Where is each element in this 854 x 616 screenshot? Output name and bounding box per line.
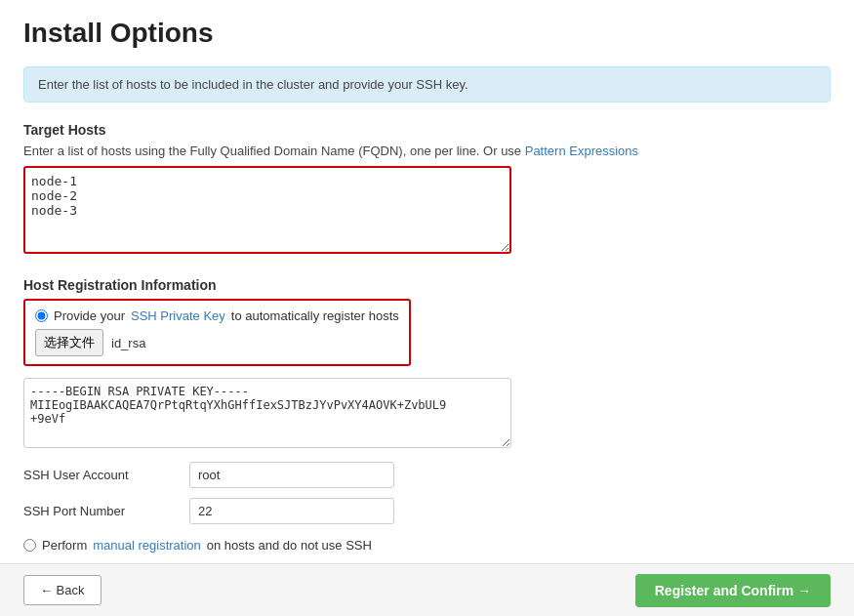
manual-reg-label-start: Perform bbox=[42, 538, 87, 553]
ssh-key-textarea[interactable]: -----BEGIN RSA PRIVATE KEY----- MIIEogIB… bbox=[23, 378, 511, 448]
ssh-key-label-end: to automatically register hosts bbox=[231, 308, 399, 323]
back-button[interactable]: ← Back bbox=[23, 575, 102, 605]
manual-reg-label-end: on hosts and do not use SSH bbox=[207, 538, 372, 553]
ssh-port-label: SSH Port Number bbox=[23, 504, 189, 518]
choose-file-button[interactable]: 选择文件 bbox=[35, 329, 103, 356]
file-name: id_rsa bbox=[111, 336, 145, 350]
host-registration-section: Host Registration Information Provide yo… bbox=[23, 277, 831, 553]
manual-reg-radio[interactable] bbox=[23, 539, 36, 552]
ssh-port-row: SSH Port Number bbox=[23, 498, 831, 524]
host-registration-label: Host Registration Information bbox=[23, 277, 831, 293]
info-box: Enter the list of hosts to be included i… bbox=[23, 66, 831, 103]
page-container: Install Options Enter the list of hosts … bbox=[0, 0, 854, 616]
ssh-key-radio[interactable] bbox=[35, 309, 48, 322]
ssh-key-option-box: Provide your SSH Private Key to automati… bbox=[23, 299, 411, 366]
target-hosts-description: Enter a list of hosts using the Fully Qu… bbox=[23, 144, 831, 158]
file-row: 选择文件 id_rsa bbox=[35, 329, 399, 356]
target-hosts-desc-text: Enter a list of hosts using the Fully Qu… bbox=[23, 144, 525, 158]
manual-reg-radio-row: Perform manual registration on hosts and… bbox=[23, 538, 831, 553]
target-hosts-label: Target Hosts bbox=[23, 122, 831, 138]
ssh-user-row: SSH User Account bbox=[23, 462, 831, 488]
ssh-key-radio-row: Provide your SSH Private Key to automati… bbox=[35, 308, 399, 323]
manual-registration-link[interactable]: manual registration bbox=[93, 538, 201, 553]
ssh-port-input[interactable] bbox=[189, 498, 394, 524]
hosts-textarea[interactable]: node-1 node-2 node-3 bbox=[23, 166, 511, 254]
register-confirm-button[interactable]: Register and Confirm → bbox=[635, 574, 831, 607]
ssh-private-key-link[interactable]: SSH Private Key bbox=[131, 308, 225, 323]
ssh-user-label: SSH User Account bbox=[23, 468, 189, 482]
pattern-expressions-link[interactable]: Pattern Expressions bbox=[525, 144, 638, 158]
page-title: Install Options bbox=[23, 18, 831, 49]
ssh-key-label-start: Provide your bbox=[54, 308, 125, 323]
ssh-user-input[interactable] bbox=[189, 462, 394, 488]
footer: ← Back Register and Confirm → bbox=[0, 563, 854, 616]
